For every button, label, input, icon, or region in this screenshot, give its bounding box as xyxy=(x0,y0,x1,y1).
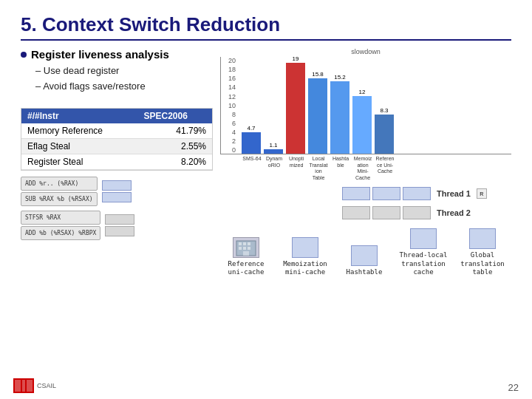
thread2-label: Thread 2 xyxy=(437,208,471,217)
thread1-icon: R xyxy=(477,188,487,199)
row-label: Eflag Steal xyxy=(21,138,137,154)
row-value: 8.20% xyxy=(137,154,212,169)
bar-group: 19 xyxy=(286,56,305,154)
bullet-dot xyxy=(21,52,27,58)
bottom-item: Thread-local translation cache xyxy=(398,228,449,277)
svg-rect-10 xyxy=(27,380,33,392)
thread1-box2 xyxy=(102,192,132,202)
svg-rect-7 xyxy=(243,251,249,256)
bottom-item: Memoization mini-cache xyxy=(279,237,331,277)
thread1-box1 xyxy=(102,180,132,191)
thread1-row: ADD %r.. (%RAX) SUB %RAX %b (%RSAX) xyxy=(21,177,135,206)
thread-diagrams: ADD %r.. (%RAX) SUB %RAX %b (%RSAX) STFS… xyxy=(21,177,135,241)
bar-value-label: 12 xyxy=(359,89,366,95)
stats-table: #/#Instr SPEC2006 Memory Reference41.79%… xyxy=(21,108,213,171)
slide: 5. Context Switch Reduction Register liv… xyxy=(0,0,532,399)
sub-bullet-2: Avoid flags save/restore xyxy=(35,79,213,95)
svg-rect-2 xyxy=(243,242,246,245)
chart-title: slowdown xyxy=(220,48,511,55)
bottom-item: Global translation table xyxy=(457,228,508,277)
thread2-row: STFSR %RAX ADD %b (%RSAX) %RBPX xyxy=(21,211,135,240)
bottom-item-label: Thread-local translation cache xyxy=(399,251,447,277)
bottom-item-label: Hashtable xyxy=(347,268,383,277)
bar-value-label: 4.7 xyxy=(247,126,255,132)
svg-rect-6 xyxy=(248,247,250,250)
content-area: Register liveness analysis Use dead regi… xyxy=(21,48,511,383)
code-block-1a: ADD %r.. (%RAX) xyxy=(21,177,98,191)
thread-labels-row: Thread 1 R Thread 2 xyxy=(220,187,511,219)
bar xyxy=(264,149,283,154)
y-axis-label: 20 xyxy=(221,57,236,64)
bottom-icon-box xyxy=(292,237,318,258)
y-axis-label: 12 xyxy=(221,93,236,100)
bar xyxy=(308,78,327,154)
logo-text: CSAIL xyxy=(37,382,56,389)
bottom-icon-box xyxy=(351,245,378,266)
bottom-icon-box xyxy=(469,228,496,249)
page-number: 22 xyxy=(508,382,519,393)
bottom-item: Hashtable xyxy=(338,245,390,277)
bar xyxy=(330,81,349,154)
bar xyxy=(286,63,305,154)
row-value: 2.55% xyxy=(137,138,212,154)
thread2-box1 xyxy=(105,214,134,225)
bottom-labels-row: Reference uni-cacheMemoization mini-cach… xyxy=(220,228,511,277)
chart-inner: 20181614121086420 4.71.11915.815.2128.3 xyxy=(220,57,511,154)
code-block-1b: SUB %RAX %b (%RSAX) xyxy=(21,192,98,206)
table-row: Eflag Steal2.55% xyxy=(21,138,212,154)
thread2-code: STFSR %RAX ADD %b (%RSAX) %RBPX xyxy=(21,211,100,240)
sub-bullet-1: Use dead register xyxy=(35,64,213,79)
bottom-item-label: Memoization mini-cache xyxy=(283,260,327,277)
x-axis-label: SMS-64 xyxy=(242,156,262,181)
svg-rect-3 xyxy=(248,242,250,245)
mit-logo: CSAIL xyxy=(13,378,56,393)
bar xyxy=(242,132,261,154)
x-axis-label: Reference Uni-Cache xyxy=(375,156,395,181)
table-row: Register Steal8.20% xyxy=(21,154,212,169)
bar-value-label: 15.8 xyxy=(312,72,324,78)
bar-group: 8.3 xyxy=(375,108,394,154)
bar-value-label: 19 xyxy=(293,56,299,62)
left-panel: Register liveness analysis Use dead regi… xyxy=(21,48,213,383)
bar-value-label: 8.3 xyxy=(380,108,388,114)
chart-area: slowdown 20181614121086420 4.71.11915.81… xyxy=(220,48,511,181)
y-axis-label: 14 xyxy=(221,83,236,91)
bottom-icon-box xyxy=(410,228,437,249)
thread2-box2 xyxy=(105,226,134,236)
y-axis-label: 2 xyxy=(221,137,236,145)
svg-rect-5 xyxy=(243,247,246,250)
svg-rect-4 xyxy=(239,247,242,250)
y-axis-label: 4 xyxy=(221,129,236,136)
bar-group: 1.1 xyxy=(264,143,283,154)
y-axis-label: 16 xyxy=(221,75,236,82)
bar-value-label: 15.2 xyxy=(334,75,346,81)
thread2-boxes xyxy=(105,214,134,236)
y-axis-label: 6 xyxy=(221,120,236,127)
sub-bullets: Use dead register Avoid flags save/resto… xyxy=(35,64,213,95)
row-value: 41.79% xyxy=(137,123,212,139)
x-labels: SMS-64DynamoRIOUnoptimizedLocal Translat… xyxy=(220,156,511,181)
bar-group: 15.8 xyxy=(308,72,327,154)
bar-group: 4.7 xyxy=(242,126,261,154)
table-row: Memory Reference41.79% xyxy=(21,123,212,139)
y-axis-label: 8 xyxy=(221,111,236,118)
svg-rect-8 xyxy=(15,380,21,392)
col-header-spec: SPEC2006 xyxy=(137,109,212,123)
thread1-boxes xyxy=(102,180,132,202)
code-block-2b: ADD %b (%RSAX) %RBPX xyxy=(21,226,100,240)
bar-value-label: 1.1 xyxy=(269,143,277,149)
y-axis-label: 18 xyxy=(221,66,236,73)
bullet-main: Register liveness analysis xyxy=(21,48,213,61)
bar xyxy=(375,115,394,154)
x-axis-label: Unoptimized xyxy=(287,156,306,181)
col-header-instr: #/#Instr xyxy=(21,109,137,123)
page-title: 5. Context Switch Reduction xyxy=(21,13,511,41)
building-icon xyxy=(233,237,259,258)
x-axis-label: Local Translation Table xyxy=(309,156,328,181)
bottom-item: Reference uni-cache xyxy=(220,237,272,277)
bar-group: 15.2 xyxy=(330,75,349,154)
bar-group: 12 xyxy=(352,89,372,154)
right-panel: slowdown 20181614121086420 4.71.11915.81… xyxy=(220,48,511,383)
thread1-code: ADD %r.. (%RAX) SUB %RAX %b (%RSAX) xyxy=(21,177,98,206)
svg-rect-9 xyxy=(22,380,25,392)
